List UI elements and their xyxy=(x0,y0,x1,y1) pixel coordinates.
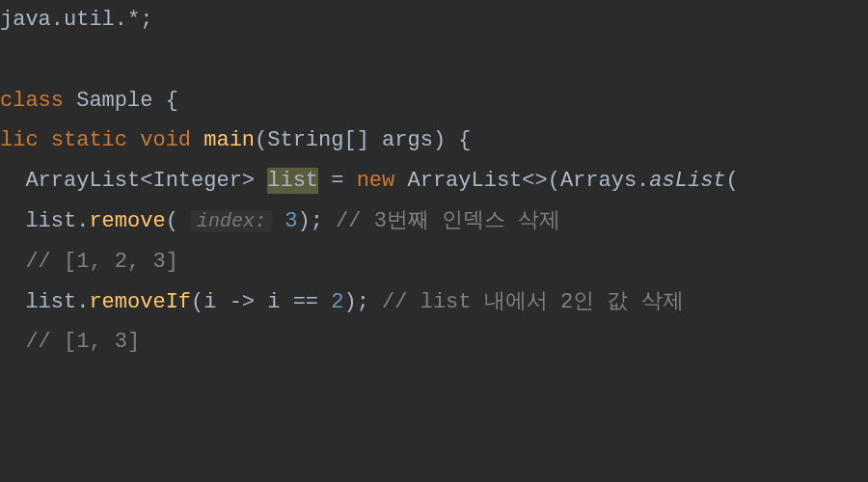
code-line-comment-2[interactable]: // [1, 3] xyxy=(0,322,868,362)
indent xyxy=(0,330,25,354)
code-editor[interactable]: java.util.*; class Sample { lic static v… xyxy=(0,0,868,362)
parameter-hint: index: xyxy=(191,210,272,232)
keyword-modifiers: lic static void xyxy=(0,128,191,152)
static-method-aslist: asList xyxy=(649,169,725,193)
paren-close: ); xyxy=(343,290,368,314)
equals: = xyxy=(318,169,357,193)
code-line-class[interactable]: class Sample { xyxy=(0,81,868,121)
indent xyxy=(0,290,25,314)
paren-open: ( xyxy=(166,209,191,233)
brace-open: { xyxy=(152,89,177,113)
params: (String[] args) { xyxy=(255,128,471,152)
paren-close: ); xyxy=(297,209,322,233)
space xyxy=(64,89,76,113)
code-line-comment-1[interactable]: // [1, 2, 3] xyxy=(0,242,868,282)
indent xyxy=(0,209,25,233)
indent xyxy=(0,169,25,193)
lambda-expr: (i -> i == xyxy=(191,290,331,314)
code-line-import[interactable]: java.util.*; xyxy=(0,0,868,40)
number-literal: 3 xyxy=(272,209,297,233)
method-remove: remove xyxy=(89,209,165,233)
comment-removeif: // list 내에서 2인 값 삭제 xyxy=(369,290,684,314)
method-main: main xyxy=(191,128,255,152)
keyword-class: class xyxy=(0,89,64,113)
code-line-declare[interactable]: ArrayList<Integer> list = new ArrayList<… xyxy=(0,161,868,201)
class-name: Sample xyxy=(76,89,152,113)
variable-list-highlighted: list xyxy=(267,168,318,194)
paren-open: ( xyxy=(726,169,739,193)
semicolon: ; xyxy=(140,8,152,32)
code-line-removeif[interactable]: list.removeIf(i -> i == 2); // list 내에서 … xyxy=(0,282,868,323)
code-line-blank[interactable] xyxy=(0,40,868,81)
indent xyxy=(0,250,25,274)
method-removeif: removeIf xyxy=(89,290,191,314)
number-literal: 2 xyxy=(331,290,343,314)
keyword-new: new xyxy=(357,169,395,193)
import-package: java.util.* xyxy=(0,8,140,32)
type-arraylist: ArrayList<Integer> xyxy=(25,169,267,193)
object-ref: list. xyxy=(25,290,89,314)
comment-result-2: // [1, 3] xyxy=(25,330,140,354)
comment-result-1: // [1, 2, 3] xyxy=(25,250,177,274)
comment-remove: // 3번째 인덱스 삭제 xyxy=(323,209,560,233)
object-ref: list. xyxy=(25,209,89,233)
constructor-call: ArrayList<>(Arrays. xyxy=(394,169,649,193)
code-line-main[interactable]: lic static void main(String[] args) { xyxy=(0,120,868,161)
code-line-remove[interactable]: list.remove( index: 3); // 3번째 인덱스 삭제 xyxy=(0,201,868,242)
